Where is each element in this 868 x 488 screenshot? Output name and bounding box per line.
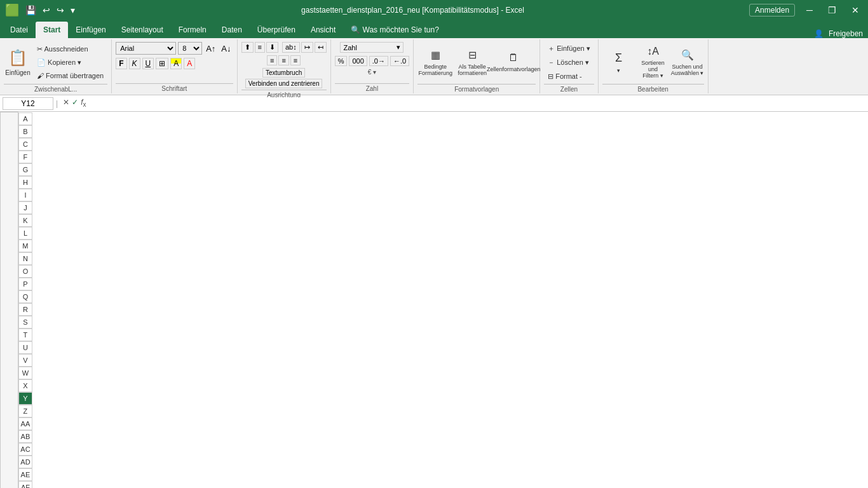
formula-bar: | ✕ ✓ fx [0, 95, 868, 112]
underline-button[interactable]: U [142, 58, 154, 69]
font-family-select[interactable]: Arial [116, 42, 176, 55]
font-increase-button[interactable]: A↑ [204, 43, 217, 54]
col-header-A[interactable]: A [18, 112, 32, 125]
summe-button[interactable]: Σ ▾ [602, 42, 635, 83]
tab-ueberpruefen[interactable]: Überprüfen [250, 22, 303, 38]
sortieren-button[interactable]: ↕A Sortieren undFiltern ▾ [637, 42, 670, 83]
cancel-formula-button[interactable]: ✕ [63, 98, 69, 108]
close-button[interactable]: ✕ [848, 4, 863, 17]
redo-icon[interactable]: ↪ [55, 4, 65, 17]
kopieren-button[interactable]: 📄 Kopieren ▾ [33, 56, 107, 69]
grid: A B C F G H I J K L M N O P Q [0, 112, 732, 488]
col-header-Y[interactable]: Y [18, 392, 32, 405]
col-header-N[interactable]: N [18, 252, 32, 265]
align-middle-button[interactable]: ≡ [255, 42, 265, 53]
col-header-AC[interactable]: AC [18, 443, 32, 456]
col-header-O[interactable]: O [18, 265, 32, 278]
col-header-AB[interactable]: AB [18, 430, 32, 443]
confirm-formula-button[interactable]: ✓ [72, 98, 78, 108]
number-format-select[interactable]: Zahl ▾ [340, 42, 403, 53]
freigeben-button[interactable]: Freigeben [829, 29, 863, 38]
col-header-U[interactable]: U [18, 341, 32, 354]
text-direction-button[interactable]: ab↕ [282, 42, 300, 53]
einfuegen-button[interactable]: 📋 Einfügen [4, 42, 32, 83]
zellenformatvorlagen-button[interactable]: 🗒 Zellenformatvorlagen [491, 42, 536, 83]
thousands-button[interactable]: 000 [349, 56, 367, 66]
cells-format-button[interactable]: ⊟ Format - [544, 70, 586, 83]
textumbruch-button[interactable]: Textumbruch [262, 68, 305, 78]
col-header-AF[interactable]: AF [18, 481, 32, 489]
tab-help[interactable]: 🔍 Was möchten Sie tun? [343, 22, 447, 38]
col-header-R[interactable]: R [18, 303, 32, 316]
als-tabelle-button[interactable]: ⊟ Als Tabelleformatieren [454, 42, 490, 83]
cells-einfuegen-button[interactable]: ＋ Einfügen ▾ [544, 42, 593, 55]
align-center-button[interactable]: ≡ [278, 55, 288, 65]
ausschneiden-button[interactable]: ✂ Ausschneiden [33, 43, 107, 55]
restore-button[interactable]: ❐ [824, 4, 840, 17]
align-left-button[interactable]: ≡ [267, 55, 277, 65]
align-top-button[interactable]: ⬆ [241, 42, 254, 53]
verbinden-button[interactable]: Verbinden und zentrieren [245, 79, 323, 88]
indent-decrease-button[interactable]: ↤ [315, 42, 327, 53]
italic-button[interactable]: K [129, 58, 140, 69]
col-header-M[interactable]: M [18, 240, 32, 252]
col-header-T[interactable]: T [18, 329, 32, 341]
border-button[interactable]: ⊞ [156, 58, 168, 69]
col-header-X[interactable]: X [18, 379, 32, 392]
col-header-V[interactable]: V [18, 354, 32, 367]
sort-icon: ↕A [647, 46, 659, 57]
align-bottom-button[interactable]: ⬇ [266, 42, 278, 53]
font-color-button[interactable]: A [184, 58, 195, 69]
col-header-F[interactable]: F [18, 151, 32, 163]
cells-loeschen-button[interactable]: － Löschen ▾ [544, 56, 593, 69]
col-header-C[interactable]: C [18, 138, 32, 151]
indent-increase-button[interactable]: ↦ [301, 42, 313, 53]
quick-access-toolbar: 💾 ↩ ↪ ▾ [24, 4, 76, 17]
dropdown-icon: ▾ [587, 44, 590, 53]
tab-daten[interactable]: Daten [214, 22, 250, 38]
col-header-P[interactable]: P [18, 278, 32, 290]
col-header-Z[interactable]: Z [18, 405, 32, 417]
col-header-B[interactable]: B [18, 125, 32, 138]
currency-display: € ▾ [368, 69, 376, 76]
bold-button[interactable]: F [116, 58, 126, 69]
col-header-I[interactable]: I [18, 189, 32, 201]
formula-input[interactable] [91, 97, 865, 110]
more-icon[interactable]: ▾ [69, 4, 76, 17]
minimize-button[interactable]: ─ [803, 4, 817, 17]
align-right-button[interactable]: ≡ [290, 55, 301, 65]
decrease-decimal-button[interactable]: ←.0 [390, 56, 409, 66]
format-uebertragen-button[interactable]: 🖌 Format übertragen [33, 69, 107, 82]
ribbon-group-styles: ▦ BedingteFormatierung ⊟ Als Tabelleform… [414, 39, 540, 93]
insert-function-button[interactable]: fx [81, 98, 86, 108]
font-decrease-button[interactable]: A↓ [219, 43, 233, 54]
col-header-W[interactable]: W [18, 367, 32, 379]
col-header-S[interactable]: S [18, 316, 32, 329]
anmelden-button[interactable]: Anmelden [749, 4, 795, 17]
tab-einfuegen[interactable]: Einfügen [68, 22, 113, 38]
col-header-H[interactable]: H [18, 176, 32, 189]
ribbon-group-number: Zahl ▾ % 000 .0→ ←.0 € ▾ Zahl [331, 39, 414, 93]
bedingte-formatierung-button[interactable]: ▦ BedingteFormatierung [417, 42, 453, 83]
col-header-L[interactable]: L [18, 227, 32, 240]
tab-seitenlayout[interactable]: Seitenlayout [114, 22, 171, 38]
col-header-AD[interactable]: AD [18, 456, 32, 468]
tab-datei[interactable]: Datei [3, 22, 36, 38]
col-header-AA[interactable]: AA [18, 417, 32, 430]
font-size-select[interactable]: 8 [178, 42, 202, 55]
increase-decimal-button[interactable]: .0→ [369, 56, 388, 66]
fill-color-button[interactable]: A [170, 58, 182, 69]
undo-icon[interactable]: ↩ [41, 4, 51, 17]
percent-button[interactable]: % [335, 56, 348, 66]
col-header-K[interactable]: K [18, 214, 32, 227]
save-icon[interactable]: 💾 [24, 4, 37, 17]
cell-reference-input[interactable] [3, 97, 53, 110]
tab-start[interactable]: Start [36, 22, 68, 38]
col-header-AE[interactable]: AE [18, 468, 32, 481]
suchen-button[interactable]: 🔍 Suchen undAuswählen ▾ [671, 42, 704, 83]
col-header-Q[interactable]: Q [18, 290, 32, 303]
col-header-J[interactable]: J [18, 201, 32, 214]
tab-ansicht[interactable]: Ansicht [303, 22, 343, 38]
col-header-G[interactable]: G [18, 163, 32, 176]
tab-formeln[interactable]: Formeln [171, 22, 214, 38]
